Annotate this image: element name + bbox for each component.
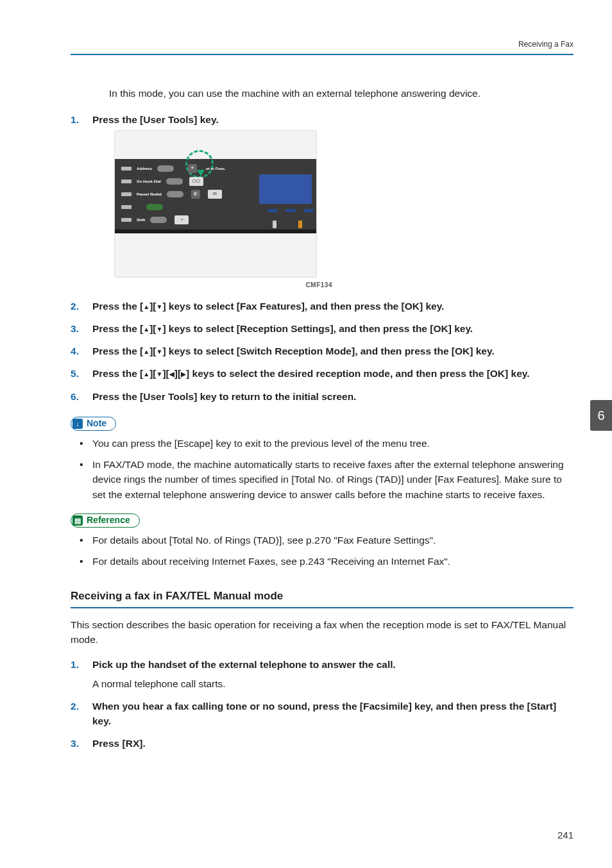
subsection-intro: This section describes the basic operati… xyxy=(71,617,574,647)
reference-item-1: For details about [Total No. of Rings (T… xyxy=(80,533,574,547)
subsection-heading: Receiving a fax in FAX/TEL Manual mode xyxy=(71,588,574,608)
reference-item-2: For details about receiving Internet Fax… xyxy=(80,554,574,569)
page-number: 241 xyxy=(557,828,574,843)
step-b1-sub: A normal telephone call starts. xyxy=(92,676,574,691)
arrow-up-icon xyxy=(143,301,149,312)
t: ][ xyxy=(162,368,169,379)
note-icon: ↓ xyxy=(72,419,83,429)
t: ] keys to select [Switch Reception Mode]… xyxy=(162,346,494,356)
t: ][ xyxy=(149,368,156,379)
steps-secondary: Pick up the handset of the external tele… xyxy=(71,657,574,751)
step-b2-text: When you hear a fax calling tone or no s… xyxy=(92,701,556,726)
note-item-2: In FAX/TAD mode, the machine automatical… xyxy=(80,457,574,502)
figure-caption: CMF134 xyxy=(114,280,332,290)
step-b2: When you hear a fax calling tone or no s… xyxy=(71,699,574,729)
arrow-down-icon xyxy=(157,301,163,312)
t: ][ xyxy=(174,368,181,379)
t: ] keys to select [Reception Settings], a… xyxy=(162,323,473,334)
intro-text: In this mode, you can use the machine wi… xyxy=(109,86,574,101)
step-b3-text: Press [RX]. xyxy=(92,738,146,749)
note-callout: ↓ Note xyxy=(71,417,116,431)
step-b1-text: Pick up the handset of the external tele… xyxy=(92,659,396,670)
t: ][ xyxy=(149,323,156,334)
figure-wrap: Address ✦ ut to Func. On Hook Dial ▢▢ xyxy=(114,130,574,290)
step-6-text: Press the [User Tools] key to return to … xyxy=(92,391,356,402)
chapter-tab: 6 xyxy=(590,400,612,431)
arrow-up-icon xyxy=(143,368,149,379)
arrow-up-icon xyxy=(143,323,149,334)
t: ][ xyxy=(149,301,156,312)
step-1-text: Press the [User Tools] key. xyxy=(92,114,219,125)
running-header: Receiving a Fax xyxy=(71,38,574,55)
step-3: Press the [][] keys to select [Reception… xyxy=(71,321,574,336)
arrow-up-icon xyxy=(143,346,149,356)
step-5: Press the [][][][] keys to select the de… xyxy=(71,366,574,381)
panel-label-shift: Shift xyxy=(137,218,145,222)
t: Press the [ xyxy=(92,323,143,334)
panel-label-onhook: On Hook Dial xyxy=(137,179,161,183)
arrow-left-icon xyxy=(169,368,174,379)
t: Press the [ xyxy=(92,368,143,379)
step-b1: Pick up the handset of the external tele… xyxy=(71,657,574,691)
note-item-1: You can press the [Escape] key to exit t… xyxy=(80,436,574,451)
step-1: Press the [User Tools] key. Address xyxy=(71,112,574,289)
step-4: Press the [][] keys to select [Switch Re… xyxy=(71,344,574,358)
panel-label-func: ut to Func. xyxy=(206,167,226,171)
t: Press the [ xyxy=(92,346,143,356)
step-6: Press the [User Tools] key to return to … xyxy=(71,389,574,404)
step-2: Press the [][] keys to select [Fax Featu… xyxy=(71,299,574,313)
arrow-right-icon xyxy=(181,368,186,379)
panel-label-pause: Pause/ Redial xyxy=(137,192,162,196)
t: ] keys to select [Fax Features], and the… xyxy=(162,301,444,312)
step-b3: Press [RX]. xyxy=(71,736,574,751)
reference-callout: ▤ Reference xyxy=(71,513,140,528)
note-label: Note xyxy=(87,417,106,430)
panel-label-address: Address xyxy=(137,167,152,171)
t: ][ xyxy=(149,346,156,356)
reference-icon: ▤ xyxy=(72,515,83,526)
note-list: You can press the [Escape] key to exit t… xyxy=(80,436,574,502)
arrow-down-icon xyxy=(157,368,163,379)
user-tools-key: ✦ xyxy=(188,164,197,173)
arrow-down-icon xyxy=(157,323,163,334)
t: Press the [ xyxy=(92,301,143,312)
steps-primary: Press the [User Tools] key. Address xyxy=(71,112,574,404)
reference-label: Reference xyxy=(87,513,130,527)
t: ] keys to select the desired reception m… xyxy=(186,368,529,379)
control-panel-figure: Address ✦ ut to Func. On Hook Dial ▢▢ xyxy=(114,130,317,278)
reference-list: For details about [Total No. of Rings (T… xyxy=(80,533,574,569)
arrow-down-icon xyxy=(157,346,163,356)
